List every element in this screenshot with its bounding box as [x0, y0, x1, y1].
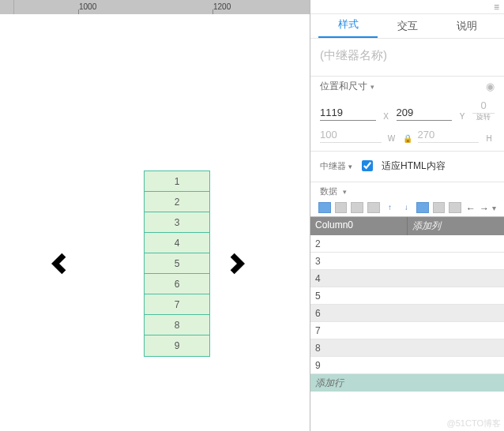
ruler-mark: 1200: [213, 2, 231, 11]
add-column-button[interactable]: 添加列: [407, 217, 504, 235]
tab-interact[interactable]: 交互: [378, 19, 437, 38]
section-label: 位置和尺寸: [320, 81, 367, 92]
move-up-button[interactable]: [384, 202, 397, 213]
tab-style[interactable]: 样式: [318, 17, 378, 38]
lock-icon[interactable]: 🔒: [402, 134, 413, 143]
height-input: [418, 127, 480, 143]
width-input: [320, 127, 382, 143]
fit-html-checkbox[interactable]: [362, 160, 373, 171]
w-label: W: [386, 134, 397, 143]
toolbar-more-icon[interactable]: ▾: [492, 204, 496, 212]
h-label: H: [483, 134, 495, 143]
repeater-row[interactable]: 5: [145, 253, 209, 274]
repeater-row[interactable]: 6: [145, 274, 209, 294]
panel-menu-icon[interactable]: ≡: [494, 2, 499, 13]
section-label: 数据: [320, 186, 337, 196]
toolbar-button[interactable]: [367, 202, 380, 213]
repeater-row[interactable]: 2: [145, 192, 209, 212]
data-row[interactable]: 8: [310, 339, 504, 357]
next-arrow-button[interactable]: [221, 248, 253, 279]
watermark: @51CTO博客: [447, 418, 501, 429]
toolbar-button[interactable]: [433, 202, 446, 213]
data-row[interactable]: 2: [310, 235, 504, 253]
repeater-widget[interactable]: 1 2 3 4 5 6 7 8 9: [144, 171, 210, 357]
repeater-row[interactable]: 4: [145, 233, 209, 253]
section-repeater[interactable]: 中继器 ▾: [320, 160, 352, 172]
data-row[interactable]: 5: [310, 287, 504, 305]
section-data[interactable]: 数据 ▾: [320, 186, 347, 197]
toolbar-button[interactable]: ←: [465, 202, 475, 213]
ruler-mark: 1000: [79, 2, 96, 11]
toolbar-button[interactable]: [351, 202, 363, 213]
toolbar-button[interactable]: [318, 202, 331, 213]
repeater-row[interactable]: 1: [145, 171, 209, 192]
repeater-row[interactable]: 9: [145, 335, 209, 356]
column-header[interactable]: Column0: [310, 217, 407, 235]
data-row[interactable]: 4: [310, 270, 504, 287]
ruler-horizontal: 1000 1200: [0, 0, 310, 14]
tab-note[interactable]: 说明: [437, 19, 496, 38]
stage[interactable]: 1 2 3 4 5 6 7 8 9: [0, 14, 310, 431]
y-input[interactable]: [397, 105, 453, 121]
visibility-icon[interactable]: ◉: [486, 81, 495, 92]
rotation-input: [472, 98, 495, 114]
move-down-button[interactable]: [400, 202, 412, 213]
toolbar-button[interactable]: [335, 202, 348, 213]
toolbar-button[interactable]: [416, 202, 429, 213]
data-toolbar: ← → ▾: [310, 199, 504, 216]
widget-name-input[interactable]: [320, 47, 495, 63]
design-canvas: 1000 1200 1 2 3 4 5 6: [0, 0, 310, 431]
repeater-row[interactable]: 7: [145, 294, 209, 315]
data-row[interactable]: 3: [310, 253, 504, 270]
repeater-row[interactable]: 3: [145, 212, 209, 233]
y-label: Y: [457, 112, 468, 121]
rotation-label: 旋转: [472, 114, 495, 121]
prev-arrow-button[interactable]: [43, 248, 75, 279]
x-input[interactable]: [320, 105, 376, 121]
add-row-button[interactable]: 添加行: [310, 374, 504, 392]
section-position-size[interactable]: 位置和尺寸▾: [320, 80, 374, 93]
x-label: X: [381, 112, 392, 121]
fit-html-label: 适应HTML内容: [382, 159, 446, 173]
data-row[interactable]: 9: [310, 357, 504, 374]
repeater-row[interactable]: 8: [145, 315, 209, 335]
data-row[interactable]: 7: [310, 322, 504, 339]
section-label: 中继器: [320, 161, 346, 171]
toolbar-button[interactable]: [449, 202, 461, 213]
data-grid: Column0 添加列 2 3 4 5 6 7 8 9 添加行: [310, 216, 504, 392]
data-row[interactable]: 6: [310, 305, 504, 322]
inspector-tabs: 样式 交互 说明: [310, 14, 504, 38]
inspector-panel: ≡ 样式 交互 说明 位置和尺寸▾ ◉ X Y 旋转: [310, 0, 504, 431]
toolbar-button[interactable]: →: [479, 202, 488, 213]
